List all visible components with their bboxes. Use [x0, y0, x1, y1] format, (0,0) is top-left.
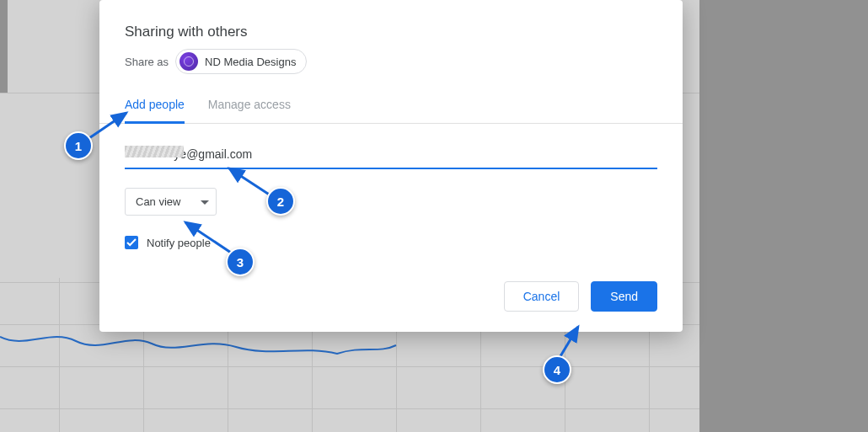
send-button[interactable]: Send — [591, 281, 657, 312]
dialog-title: Sharing with others — [125, 24, 657, 40]
permission-select[interactable]: Can view — [125, 188, 217, 216]
tab-manage-access[interactable]: Manage access — [208, 89, 291, 123]
notify-label: Notify people — [147, 237, 211, 249]
dialog-tabs: Add people Manage access — [99, 89, 683, 124]
account-chip[interactable]: ND Media Designs — [175, 49, 307, 74]
account-avatar-icon — [179, 52, 198, 71]
cancel-button[interactable]: Cancel — [504, 281, 580, 312]
caret-down-icon — [201, 195, 209, 208]
share-as-label: Share as — [125, 56, 169, 68]
account-name: ND Media Designs — [205, 56, 296, 68]
notify-people-row[interactable]: Notify people — [125, 236, 657, 249]
notify-checkbox[interactable] — [125, 236, 138, 249]
people-email-input[interactable] — [125, 142, 657, 169]
check-icon — [126, 238, 137, 247]
share-as-row: Share as ND Media Designs — [125, 49, 657, 74]
tab-add-people[interactable]: Add people — [125, 89, 185, 124]
redacted-text — [125, 146, 184, 157]
email-field-wrap — [125, 142, 657, 169]
permission-selected-label: Can view — [136, 195, 180, 208]
sharing-dialog: Sharing with others Share as ND Media De… — [99, 0, 683, 332]
dialog-actions: Cancel Send — [125, 281, 657, 312]
